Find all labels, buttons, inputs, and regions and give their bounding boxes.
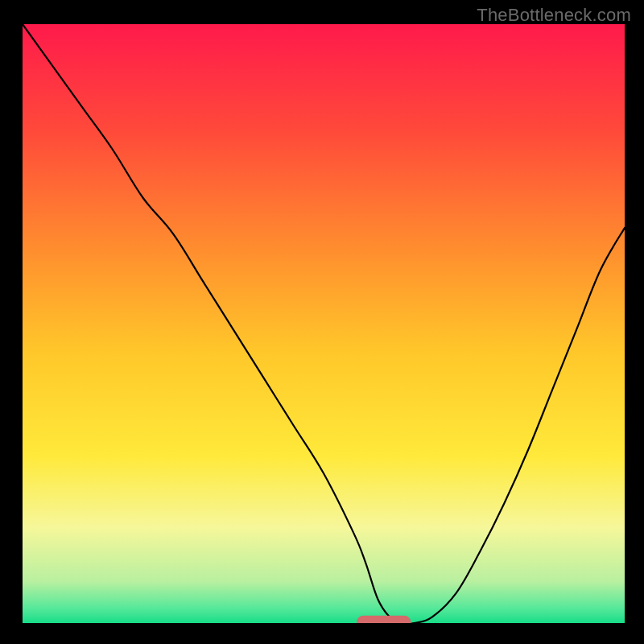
chart-frame: TheBottleneck.com [0,0,644,644]
gradient-background [23,24,625,623]
plot-area [23,24,625,623]
bottleneck-chart [23,24,625,623]
optimal-marker [357,616,411,623]
watermark-label: TheBottleneck.com [477,5,631,26]
